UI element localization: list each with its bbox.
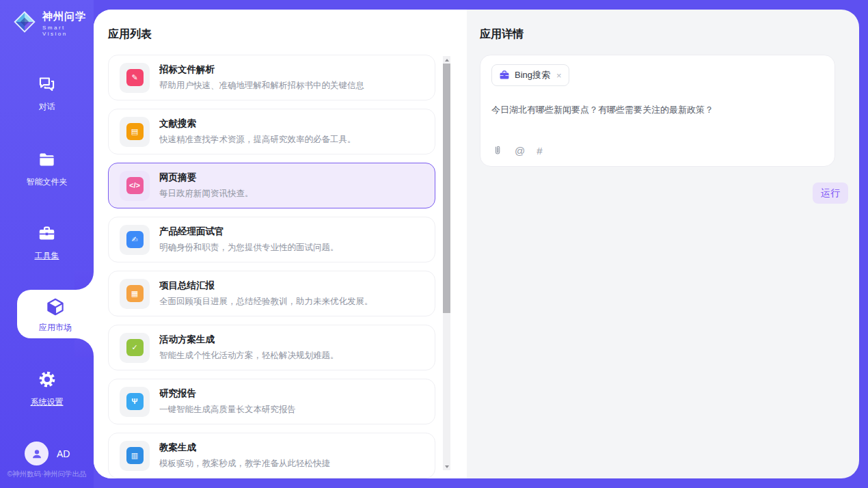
browser-code-icon: </> xyxy=(120,171,150,201)
books-icon: ▥ xyxy=(120,441,150,471)
sidebar-item-toolset[interactable]: 工具集 xyxy=(0,224,94,262)
app-detail-title: 应用详情 xyxy=(480,27,859,42)
avatar xyxy=(25,442,49,465)
app-desc: 模板驱动，教案秒成，教学准备从此轻松快捷 xyxy=(159,458,330,470)
brand-logo: 神州问学 Smart Vision xyxy=(12,10,94,37)
chat-icon xyxy=(38,75,56,96)
user-name: AD xyxy=(57,448,70,459)
toolbox-icon xyxy=(38,224,56,245)
app-title: 活动方案生成 xyxy=(159,334,339,346)
app-list-panel: 应用列表 ✎ 招标文件解析 帮助用户快速、准确地理解和解析招标书中的关键信息 ▤… xyxy=(94,10,467,478)
app-title: 文献搜索 xyxy=(159,118,356,130)
folder-icon xyxy=(38,150,56,172)
app-desc: 每日政府新闻资讯快查。 xyxy=(159,188,254,200)
app-title: 招标文件解析 xyxy=(159,64,364,76)
app-title: 研究报告 xyxy=(159,388,296,400)
sidebar-item-smart-folders[interactable]: 智能文件夹 xyxy=(0,150,94,188)
app-card-web-summary[interactable]: </> 网页摘要 每日政府新闻资讯快查。 xyxy=(108,163,435,208)
app-desc: 智能生成个性化活动方案，轻松解决规划难题。 xyxy=(159,350,339,362)
app-card-research-report[interactable]: Ψ 研究报告 一键智能生成高质量长文本研究报告 xyxy=(108,379,435,424)
app-desc: 全面回顾项目进展，总结经验教训，助力未来优化发展。 xyxy=(159,296,373,308)
sidebar-item-chat[interactable]: 对话 xyxy=(0,75,94,113)
content-shell: 应用列表 ✎ 招标文件解析 帮助用户快速、准确地理解和解析招标书中的关键信息 ▤… xyxy=(94,10,859,478)
brand-name: 神州问学 xyxy=(42,10,86,22)
scroll-down-arrow-icon[interactable] xyxy=(443,463,450,470)
scrollbar-thumb[interactable] xyxy=(443,64,450,313)
prompt-toolbar: @ # xyxy=(491,145,824,157)
tab-corner-top xyxy=(74,271,94,290)
app-desc: 明确身份和职责，为您提供专业性的面试问题。 xyxy=(159,242,339,254)
app-desc: 帮助用户快速、准确地理解和解析招标书中的关键信息 xyxy=(159,80,364,92)
app-card-project-summary[interactable]: ▦ 项目总结汇报 全面回顾项目进展，总结经验教训，助力未来优化发展。 xyxy=(108,271,435,316)
attachment-icon[interactable] xyxy=(491,145,503,157)
close-icon[interactable]: × xyxy=(556,70,562,81)
pen-square-icon: ✎ xyxy=(120,63,150,93)
prompt-card: Bing搜索 × 今日湖北有哪些新闻要点？有哪些需要关注的最新政策？ @ # xyxy=(480,55,835,167)
app-title: 项目总结汇报 xyxy=(159,280,373,292)
app-detail-panel: 应用详情 Bing搜索 × 今日湖北有哪些新闻要点？有哪些需要关注的最新政策？ xyxy=(467,10,859,478)
gear-icon xyxy=(38,370,57,392)
hash-icon[interactable]: # xyxy=(537,145,542,157)
app-card-bid-document-parsing[interactable]: ✎ 招标文件解析 帮助用户快速、准确地理解和解析招标书中的关键信息 xyxy=(108,55,435,100)
scroll-up-arrow-icon[interactable] xyxy=(443,56,450,64)
app-list: ✎ 招标文件解析 帮助用户快速、准确地理解和解析招标书中的关键信息 ▤ 文献搜索… xyxy=(108,55,435,478)
run-button[interactable]: 运行 xyxy=(813,182,848,204)
briefcase-icon xyxy=(499,70,510,81)
gem-icon xyxy=(12,10,37,37)
app-card-event-plan[interactable]: ✓ 活动方案生成 智能生成个性化活动方案，轻松解决规划难题。 xyxy=(108,325,435,370)
sidebar-item-label: 系统设置 xyxy=(0,396,94,408)
brand-subtitle: Smart Vision xyxy=(42,25,94,37)
clipboard-check-icon: ✓ xyxy=(120,333,150,363)
app-desc: 快速精准查找学术资源，提高研究效率的必备工具。 xyxy=(159,134,356,146)
summary-report-icon: ▦ xyxy=(120,279,150,309)
sidebar-item-label: 对话 xyxy=(0,101,94,113)
app-card-literature-search[interactable]: ▤ 文献搜索 快速精准查找学术资源，提高研究效率的必备工具。 xyxy=(108,109,435,154)
sidebar-item-label: 应用市场 xyxy=(17,322,94,334)
sidebar-item-settings[interactable]: 系统设置 xyxy=(0,370,94,408)
app-title: 网页摘要 xyxy=(159,172,254,184)
person-icon xyxy=(30,447,44,461)
app-title: 教案生成 xyxy=(159,442,330,454)
tool-chip-bing-search[interactable]: Bing搜索 × xyxy=(491,64,569,86)
app-card-pm-interviewer[interactable]: ✍ 产品经理面试官 明确身份和职责，为您提供专业性的面试问题。 xyxy=(108,217,435,262)
copyright-text: ©神州数码·神州问学出品 xyxy=(0,470,94,479)
list-scrollbar xyxy=(443,56,450,470)
sidebar: 神州问学 Smart Vision 对话 智能文件夹 xyxy=(0,0,94,488)
app-card-lesson-plan[interactable]: ▥ 教案生成 模板驱动，教案秒成，教学准备从此轻松快捷 xyxy=(108,433,435,478)
mention-icon[interactable]: @ xyxy=(515,145,525,157)
sidebar-item-label: 智能文件夹 xyxy=(0,176,94,188)
tool-chip-label: Bing搜索 xyxy=(515,69,550,81)
app-desc: 一键智能生成高质量长文本研究报告 xyxy=(159,404,296,416)
cube-icon xyxy=(45,297,66,320)
user-account[interactable]: AD xyxy=(25,442,70,465)
prompt-input[interactable]: 今日湖北有哪些新闻要点？有哪些需要关注的最新政策？ xyxy=(491,104,824,116)
sidebar-item-app-market[interactable]: 应用市场 xyxy=(17,290,94,338)
app-title: 产品经理面试官 xyxy=(159,226,339,238)
app-list-title: 应用列表 xyxy=(108,27,467,42)
tab-corner-bottom xyxy=(74,338,94,357)
microscope-icon: Ψ xyxy=(120,387,150,417)
book-icon: ▤ xyxy=(120,117,150,147)
interview-doc-icon: ✍ xyxy=(120,225,150,255)
sidebar-item-label: 工具集 xyxy=(0,250,94,262)
